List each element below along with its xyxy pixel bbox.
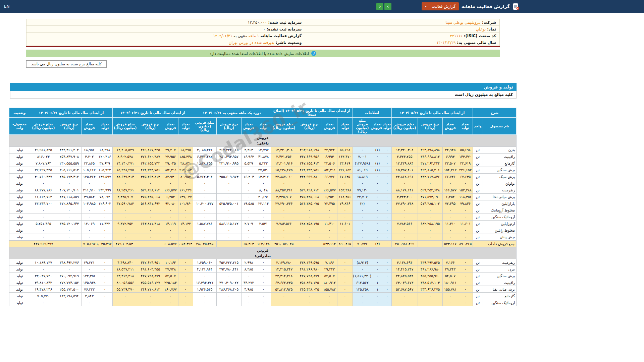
value-cell: ۰ (391, 207, 418, 214)
value-cell: ۱۲۶,۶۰۲ (97, 200, 112, 207)
value-cell: ۳,۱۳۹,۷۸۰ (271, 259, 297, 266)
value-cell: ۰ (216, 207, 241, 214)
value-cell: ۳۸,۸۴۱ (178, 160, 193, 167)
value-cell: ۳۳۱,۹۱۰,۹۹۵ (216, 160, 241, 167)
value-cell: ۰ (30, 207, 57, 214)
report-type-button[interactable]: گزارش فعالیت ▾ (422, 2, 459, 10)
next-period-button[interactable]: › (384, 3, 391, 10)
product-name-cell: ارتوزایلین (483, 220, 517, 227)
value-cell: ۰ (458, 299, 473, 306)
value-cell: ۰ (241, 227, 256, 234)
value-cell: ۴۰۷,۱۴۰,۷۰۱ (57, 187, 82, 193)
value-cell: ۱۵۳,۳۸۸ (337, 187, 353, 193)
status-cell: تولید (9, 187, 30, 193)
content-area: شرکت: پتروشيمي بوعلي سيناسرمایه ثبت شده:… (0, 19, 523, 306)
value-cell: ۸۱,۰۶۹ (353, 167, 372, 173)
value-cell: ۰ (353, 293, 372, 299)
value-cell: ۱۸,۵۴۷,۲۱۱ (112, 266, 138, 273)
value-cell: ۰ (241, 234, 256, 240)
column-header: تعداد تولید (97, 118, 112, 135)
value-cell: ۰ (271, 234, 297, 240)
value-cell: ۱۴۵,۹۴۸ (82, 279, 97, 286)
value-cell: ۱۲,۳۰۱,۹۱۶ (271, 160, 297, 167)
value-cell: ۴۶۷,۲۲۴,۰۶۵ (216, 146, 241, 153)
section-label-cell: فروش صادراتی: (9, 247, 516, 259)
product-row: آروماتیک سنگینتن۰۰۰۰۰۰۰۰۰۰۰۰۰۰۰۰۰۰۰۰۰۰۰ت… (9, 214, 516, 220)
value-cell: ۰ (138, 293, 163, 299)
value-cell: ۰ (112, 214, 138, 220)
value-cell: ۱,۸۳۸,۴۵۵ (193, 160, 216, 167)
value-cell: ۱۴۳,۴۷۰ (458, 153, 473, 160)
value-cell: ۰ (383, 153, 391, 160)
value-cell: ۰ (337, 180, 353, 187)
column-header: تعداد فروش (322, 118, 337, 135)
value-cell: ۰ (178, 273, 193, 279)
value-cell: ۰ (97, 273, 112, 279)
value-cell: ۱۴۳,۴۷۰ (337, 153, 353, 160)
value-cell: (۲) (353, 200, 372, 207)
value-cell: ۶۰۸,۵۷۷ (163, 240, 178, 247)
unit-cell (473, 240, 483, 247)
value-cell: ۰ (193, 234, 216, 240)
value-cell: ۳۰,۷۶۰,۴۳۷ (30, 173, 57, 180)
value-cell: ۲۵۱,۰۵۷,۰۴۵ (271, 240, 297, 247)
value-cell: ۱۲,۳۲۰,۳۰۸ (391, 146, 418, 153)
company-field: شرکت: پتروشيمي بوعلي سينا (305, 19, 500, 26)
product-name-cell: برش سنگین (483, 273, 517, 279)
unit-cell: تن (473, 299, 483, 306)
value-cell: ۶۵,۳۵۷,۴۰۶ (391, 167, 418, 173)
value-cell: ۶,۲۵۲ (163, 193, 178, 200)
value-cell: ۶۶,۷۲۶ (322, 173, 337, 180)
value-cell: ۳۳,۰۴۷,۷۴۰ (30, 273, 57, 279)
value-cell: ۴۴۲,۶۲۴,۹۵۱ (138, 259, 163, 266)
value-cell: ۰ (337, 279, 353, 286)
value-cell: ۲۹,۹۵۱,۸۲۵ (30, 146, 57, 153)
value-cell: ۰ (216, 299, 241, 306)
product-row: برش میانی نفتاتن۱۱۸,۳۵۶۶,۲۵۲۳۷۱,۵۹۳,۰۹۰۲… (9, 193, 516, 200)
value-cell: ۵۳,۸۱۲,۹۲۵ (271, 286, 297, 293)
value-cell: ۵,۲۲۲ (256, 160, 271, 167)
report-type-label: گزارش فعالیت (432, 4, 455, 9)
product-name-cell: رافینیت (483, 279, 517, 286)
value-cell: ۴۹۱,۲۶۶,۹۸۰ (297, 266, 322, 273)
column-header: نرخ فروش (ریال) (216, 118, 241, 135)
column-group-header: از ابتدای سال مالی تا تاریخ ۱۴۰۳/۰۶/۳۱ (30, 108, 112, 118)
value-cell: ۲۳۲,۹۹۹ (97, 187, 112, 193)
value-cell: ۰ (442, 299, 458, 306)
value-cell: ۵۵,۷۳۹,۴۷۰ (112, 286, 138, 293)
value-cell: ۴۵۵,۴۵۵,۹۶۰ (418, 273, 442, 279)
value-cell: ۱,۰۴۵,۴۹۷ (97, 240, 112, 247)
value-cell: ۲,۰۸۵,۲۲۱ (193, 146, 216, 153)
value-cell: ۱,۵۸۷,۷۸۶ (193, 220, 216, 227)
product-row: برش سنگینتن۰۵۴,۵۰۷۴۵۵,۴۵۵,۹۶۰۲۴,۸۲۵,۵۳۸۰… (9, 273, 516, 279)
value-cell: ۴۳,۳۴۴,۷۰۰ (30, 200, 57, 207)
value-cell: ۰ (271, 299, 297, 306)
company-info-row: شرکت: پتروشيمي بوعلي سيناسرمایه ثبت شده:… (26, 19, 500, 26)
product-name-cell: ریفرمیت (483, 187, 517, 193)
product-name-cell: رافینیت (483, 153, 517, 160)
column-header: تعداد تولید (256, 118, 271, 135)
value-cell: ۲۲۵,۱۸۴ (163, 279, 178, 286)
value-cell: ۱۰۵,۹۴۲ (97, 167, 112, 173)
company-info-row: نماد: بوعليسرمایه ثبت نشده: ۰ (26, 26, 500, 33)
value-cell: ۰ (178, 286, 193, 293)
value-cell: ۰ (418, 234, 442, 240)
value-cell: ۰ (372, 273, 383, 279)
value-cell: (۳) (372, 240, 383, 247)
value-cell: ۶,۴۷۱,۲۸۲ (193, 153, 216, 160)
status-cell: تولید (9, 286, 30, 293)
value-cell: ۲,۷۰۹ (241, 220, 256, 227)
language-toggle[interactable]: EN (4, 4, 10, 9)
prev-period-button[interactable]: ‹ (376, 3, 383, 10)
value-cell: ۲۸۷,۶۱۸,۸۵۹ (57, 193, 82, 200)
value-cell: ۰ (383, 214, 391, 220)
chevron-left-icon: ‹ (379, 4, 381, 9)
value-cell: ۶۶۳,۸۱۱,۳۱۸ (138, 220, 163, 227)
value-cell: ۵۲۹,۳۵۳,۶۳۸ (418, 187, 442, 193)
banner-text: اطلاعات نمایش داده شده با اطلاعات امضا ش… (210, 51, 309, 56)
value-cell: ۰ (57, 299, 82, 306)
status-cell: تولید (9, 227, 30, 234)
product-row: گازمایعتن۰۰۰۰۰۰۰۰۰۰۰۰۰۰۰۰۰۰۰۰۳,۸۴۲۱۸۳,۶۹… (9, 293, 516, 299)
column-header: نام محصول (483, 118, 517, 135)
value-cell: ۲۲,۸۸۷,۰۱۰ (271, 173, 297, 180)
